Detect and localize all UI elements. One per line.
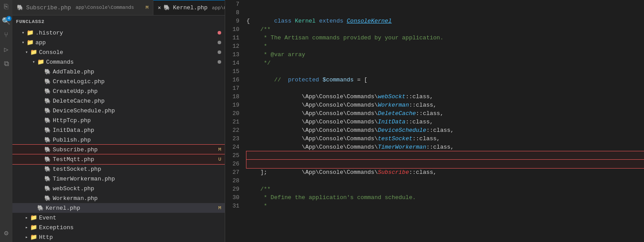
console-label: Console	[39, 49, 218, 56]
code-line-12: *	[246, 42, 644, 50]
settings-icon[interactable]: ⚙	[1, 228, 12, 238]
search-badge: 4	[6, 16, 12, 21]
subscribe-badge: M	[215, 147, 221, 152]
kernel-badge: M	[215, 205, 221, 211]
commands-arrow: ▾	[30, 58, 37, 65]
event-arrow: ▸	[23, 214, 30, 221]
code-line-15: protected $commands = [	[246, 67, 644, 76]
testmqtt-icon: 🐘	[44, 156, 51, 163]
tab-subscribe[interactable]: 🐘 Subscribe.php app\Console\Commands M	[12, 0, 153, 15]
tab-kernel-close[interactable]: ✕	[158, 4, 161, 11]
code-line-21: \App\Console\Commands\DeviceSchedule::cl…	[246, 118, 644, 126]
tab-kernel[interactable]: ✕ 🐘 Kernel.php app\Console M	[153, 0, 225, 15]
subscribe-icon: 🐘	[44, 146, 51, 153]
sidebar-item-workerman[interactable]: ▸ 🐘 Workerman.php	[12, 193, 225, 203]
testmqtt-badge: U	[215, 157, 221, 162]
httptcp-label: HttpTcp.php	[53, 117, 221, 124]
code-line-13: * @var array	[246, 50, 644, 59]
commands-folder-icon: 📁	[37, 58, 44, 65]
activity-bar: ⎘ 🔍 4 ⑂ ▷ ⧉ ⚙	[0, 0, 12, 242]
source-control-icon[interactable]: ⑂	[1, 30, 12, 41]
workerman-icon: 🐘	[44, 195, 51, 202]
sidebar-item-createudp[interactable]: ▸ 🐘 CreateUdp.php	[12, 86, 225, 96]
sidebar-item-deletecache[interactable]: ▸ 🐘 DeleteCache.php	[12, 96, 225, 106]
sidebar-item-websockt[interactable]: ▸ 🐘 webSockt.php	[12, 184, 225, 193]
sidebar-item-testsocket[interactable]: ▸ 🐘 testSocket.php	[12, 164, 225, 174]
createlogic-label: CreateLogic.php	[53, 78, 221, 85]
code-line-26: \App\Console\Commands\Subscribe::class,	[246, 160, 644, 168]
sidebar-item-addtable[interactable]: ▸ 🐘 AddTable.php	[12, 67, 225, 77]
kernel-label: Kernel.php	[46, 205, 215, 211]
sidebar-item-testmqtt[interactable]: ▸ 🐘 TestMqtt.php U	[12, 154, 225, 164]
history-arrow: ▾	[20, 29, 27, 36]
testsocket-label: testSocket.php	[53, 166, 221, 173]
tab-subscribe-badge: M	[137, 5, 148, 10]
exceptions-arrow: ▸	[23, 224, 30, 231]
code-line-9: {	[246, 17, 644, 25]
deletecache-label: DeleteCache.php	[53, 98, 221, 104]
code-line-29: /**	[246, 185, 644, 193]
app-label: app	[35, 39, 218, 46]
exceptions-label: Exceptions	[39, 224, 221, 231]
sidebar-item-publish[interactable]: ▸ 🐘 Publish.php	[12, 135, 225, 145]
publish-icon: 🐘	[44, 137, 51, 143]
kernel-icon: 🐘	[37, 205, 44, 211]
sidebar-item-exceptions[interactable]: ▸ 📁 Exceptions	[12, 223, 225, 232]
testmqtt-label: TestMqtt.php	[53, 156, 215, 163]
sidebar-header: FUNCLASS2	[12, 15, 225, 28]
console-dot	[218, 50, 221, 54]
code-line-17: \App\Console\Commands\webSockt::class,	[246, 84, 644, 92]
tab-subscribe-label: Subscribe.php	[26, 4, 71, 11]
createlogic-icon: 🐘	[44, 78, 51, 85]
code-line-10: /**	[246, 25, 644, 34]
code-line-28	[246, 177, 644, 185]
sidebar-item-commands[interactable]: ▾ 📁 Commands	[12, 57, 225, 67]
tab-kernel-icon: 🐘	[164, 4, 170, 11]
sidebar-item-initdata[interactable]: ▸ 🐘 InitData.php	[12, 125, 225, 135]
testsocket-icon: 🐘	[44, 166, 51, 173]
publish-label: Publish.php	[53, 137, 221, 143]
code-line-7	[246, 0, 644, 8]
tab-kernel-label: Kernel.php	[173, 4, 207, 11]
sidebar-item-console[interactable]: ▾ 📁 Console	[12, 47, 225, 57]
commands-label: Commands	[46, 59, 218, 65]
deletecache-icon: 🐘	[44, 98, 51, 104]
createudp-icon: 🐘	[44, 88, 51, 95]
sidebar-item-subscribe[interactable]: ▸ 🐘 Subscribe.php M	[12, 145, 225, 154]
sidebar-item-event[interactable]: ▸ 📁 Event	[12, 213, 225, 223]
code-line-18: \App\Console\Commands\Workerman::class,	[246, 92, 644, 101]
sidebar-item-history[interactable]: ▾ 📁 .history	[12, 28, 225, 38]
event-folder-icon: 📁	[30, 214, 37, 221]
timerworkerman-label: TimerWorkerman.php	[53, 176, 221, 182]
code-area[interactable]: class Kernel extends ConsoleKernel { /**…	[243, 0, 644, 242]
code-line-25: \App\Console\Commands\TestMqtt::class,	[246, 151, 644, 160]
sidebar-item-createlogic[interactable]: ▸ 🐘 CreateLogic.php	[12, 77, 225, 86]
sidebar-item-deviceschedule[interactable]: ▸ 🐘 DeviceSchedule.php	[12, 106, 225, 115]
deviceschedule-icon: 🐘	[44, 108, 51, 114]
timerworkerman-icon: 🐘	[44, 176, 51, 182]
files-icon[interactable]: ⎘	[1, 2, 12, 12]
event-label: Event	[39, 215, 221, 221]
console-arrow: ▾	[23, 49, 30, 56]
sidebar-item-timerworkerman[interactable]: ▸ 🐘 TimerWorkerman.php	[12, 174, 225, 184]
history-dot	[218, 31, 221, 35]
http-folder-icon: 📁	[30, 234, 37, 241]
sidebar-item-app[interactable]: ▾ 📁 app	[12, 38, 225, 47]
code-line-20: \App\Console\Commands\InitData::class,	[246, 109, 644, 118]
extensions-icon[interactable]: ⧉	[1, 58, 12, 69]
editor: 7 8 9 10 11 12 13 14 15 16 17 18 19 20 2…	[225, 0, 644, 242]
search-icon[interactable]: 🔍 4	[1, 16, 12, 27]
http-label: Http	[39, 234, 221, 241]
debug-icon[interactable]: ▷	[1, 44, 12, 55]
app-dot	[218, 41, 221, 44]
app-folder-icon: 📁	[27, 39, 34, 46]
history-folder-icon: 📁	[27, 29, 34, 36]
tab-subscribe-path: app\Console\Commands	[75, 5, 134, 10]
sidebar-item-httptcp[interactable]: ▸ 🐘 HttpTcp.php	[12, 115, 225, 125]
sidebar-item-kernel[interactable]: ▸ 🐘 Kernel.php M	[12, 203, 225, 213]
sidebar-item-http[interactable]: ▸ 📁 Http	[12, 232, 225, 242]
console-folder-icon: 📁	[30, 49, 37, 56]
commands-dot	[218, 60, 221, 64]
code-line-16: //	[246, 76, 644, 84]
addtable-label: AddTable.php	[53, 69, 221, 75]
